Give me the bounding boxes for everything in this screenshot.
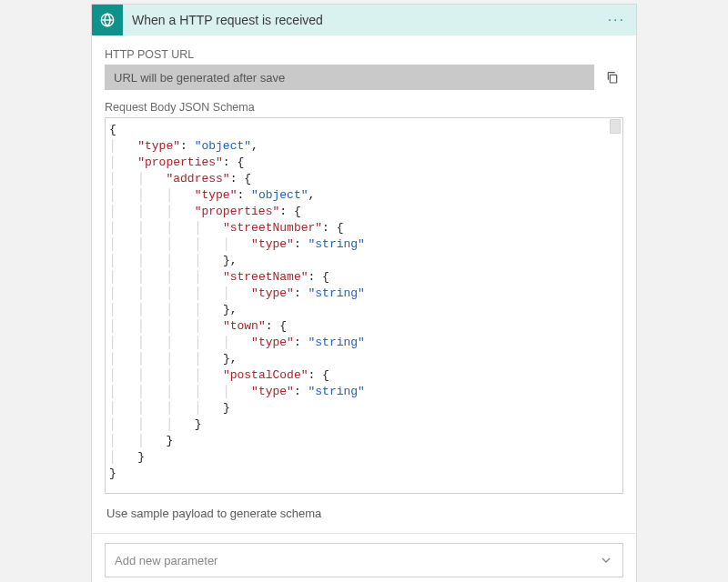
card-title: When a HTTP request is received (123, 13, 606, 27)
globe-icon (92, 5, 123, 35)
add-parameter-label: Add new parameter (115, 554, 217, 567)
post-url-row: URL will be generated after save (105, 65, 623, 90)
card-body: HTTP POST URL URL will be generated afte… (92, 35, 636, 533)
add-parameter-section: Add new parameter (92, 533, 636, 577)
trigger-card: When a HTTP request is received ··· HTTP… (91, 4, 637, 582)
sample-payload-link[interactable]: Use sample payload to generate schema (105, 494, 623, 533)
post-url-value: URL will be generated after save (105, 65, 594, 90)
copy-icon (605, 70, 620, 85)
card-header: When a HTTP request is received ··· (92, 5, 636, 35)
card-menu-button[interactable]: ··· (606, 8, 627, 32)
copy-url-button[interactable] (602, 66, 623, 88)
add-parameter-dropdown[interactable]: Add new parameter (105, 543, 623, 577)
schema-editor[interactable]: { │ "type": "object", │ "properties": { … (105, 117, 623, 494)
scrollbar-thumb[interactable] (610, 119, 621, 134)
schema-label: Request Body JSON Schema (105, 101, 623, 114)
schema-content: { │ "type": "object", │ "properties": { … (106, 118, 622, 486)
svg-rect-1 (610, 75, 616, 83)
post-url-label: HTTP POST URL (105, 48, 623, 61)
chevron-down-icon (599, 553, 613, 567)
